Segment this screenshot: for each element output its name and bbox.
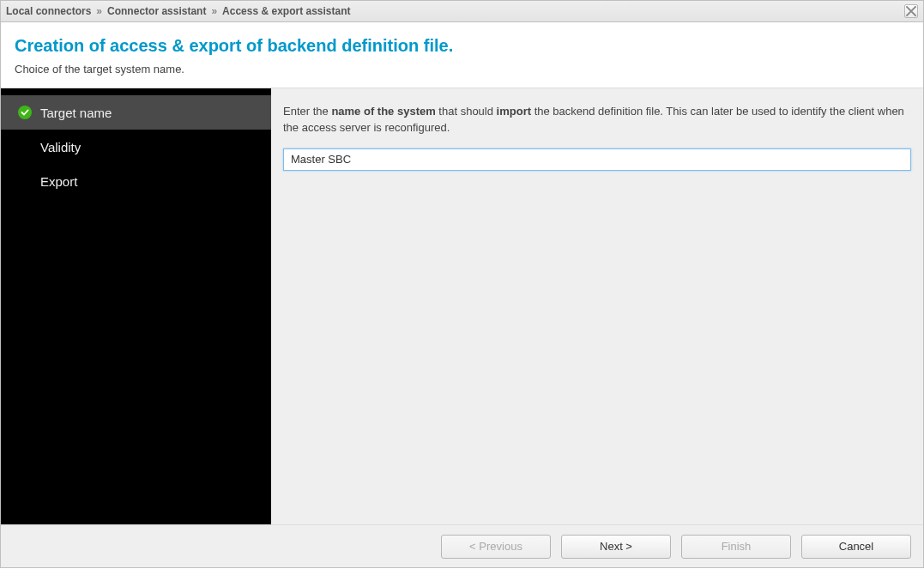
- wizard-step-validity[interactable]: Validity: [1, 130, 271, 164]
- close-icon: [905, 5, 917, 17]
- check-icon: [18, 106, 32, 119]
- wizard-step-export[interactable]: Export: [1, 164, 271, 198]
- step-icon-placeholder: [18, 140, 32, 154]
- breadcrumb-item-1[interactable]: Local connectors: [6, 5, 91, 17]
- wizard-sidebar: Target name Validity Export: [1, 88, 271, 524]
- step-icon-placeholder: [18, 174, 32, 188]
- next-button[interactable]: Next >: [561, 535, 671, 559]
- titlebar: Local connectors » Connector assistant »…: [0, 0, 924, 22]
- dialog-header: Creation of access & export of backend d…: [1, 22, 923, 88]
- wizard-step-target-name[interactable]: Target name: [1, 95, 271, 130]
- instruction-bold: import: [497, 105, 531, 118]
- instruction-part: Enter the: [283, 105, 331, 118]
- instruction-bold: name of the system: [331, 105, 435, 118]
- instruction-part: that should: [436, 105, 497, 118]
- wizard-step-label: Target name: [40, 106, 112, 120]
- wizard-footer: < Previous Next > Finish Cancel: [1, 524, 923, 567]
- finish-button[interactable]: Finish: [681, 535, 791, 559]
- wizard-step-label: Export: [40, 174, 77, 189]
- breadcrumb-separator: »: [96, 5, 102, 17]
- breadcrumb: Local connectors » Connector assistant »…: [6, 5, 351, 17]
- main-panel: Enter the name of the system that should…: [271, 88, 923, 524]
- cancel-button[interactable]: Cancel: [801, 535, 911, 559]
- breadcrumb-item-3[interactable]: Access & export assistant: [222, 5, 350, 17]
- content-area: Target name Validity Export Enter the na…: [1, 88, 923, 524]
- wizard-step-label: Validity: [40, 140, 81, 154]
- instruction-text: Enter the name of the system that should…: [283, 104, 911, 136]
- previous-button[interactable]: < Previous: [441, 535, 551, 559]
- breadcrumb-separator: »: [211, 5, 217, 17]
- page-subtitle: Choice of the target system name.: [15, 63, 909, 76]
- page-title: Creation of access & export of backend d…: [15, 36, 909, 56]
- dialog-body: Creation of access & export of backend d…: [0, 22, 924, 568]
- system-name-input[interactable]: [283, 148, 911, 171]
- breadcrumb-item-2[interactable]: Connector assistant: [107, 5, 206, 17]
- close-button[interactable]: [904, 4, 918, 18]
